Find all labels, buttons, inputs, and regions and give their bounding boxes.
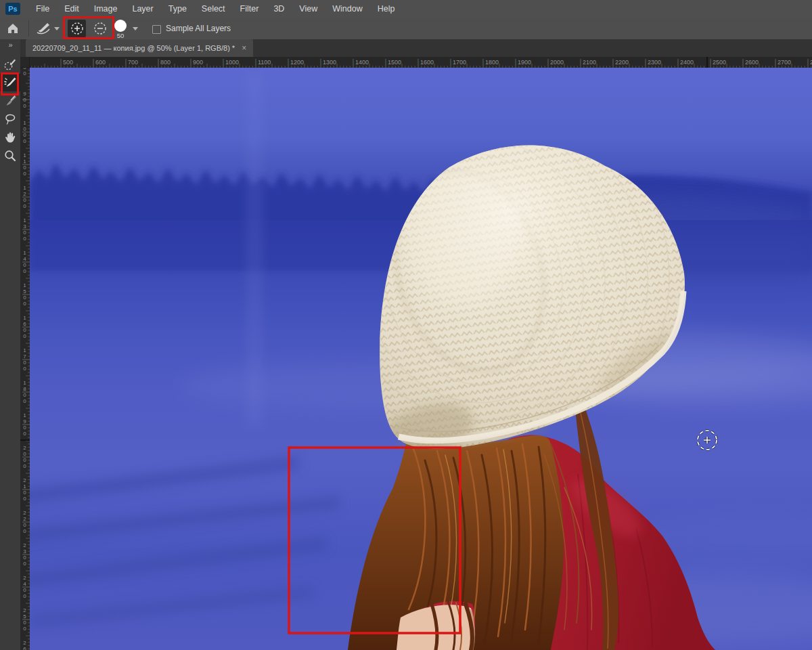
- home-icon[interactable]: [6, 22, 20, 35]
- svg-text:0: 0: [23, 171, 26, 177]
- menu-item-view[interactable]: View: [292, 0, 325, 18]
- svg-text:1: 1: [23, 282, 26, 288]
- tool-bar: »: [0, 39, 20, 650]
- menu-item-type[interactable]: Type: [161, 0, 194, 18]
- menu-item-3d[interactable]: 3D: [266, 0, 292, 18]
- toolbar-expand-icon[interactable]: »: [0, 39, 20, 51]
- hand-tool[interactable]: [0, 129, 20, 146]
- svg-text:2: 2: [23, 510, 26, 516]
- svg-text:1300: 1300: [323, 59, 336, 66]
- vertical-ruler[interactable]: 0090010001100120013001400150016001700180…: [20, 68, 30, 650]
- svg-text:0: 0: [23, 522, 26, 528]
- svg-text:0: 0: [23, 360, 26, 366]
- zoom-icon: [3, 148, 18, 163]
- svg-text:0: 0: [23, 301, 26, 307]
- svg-text:0: 0: [23, 457, 26, 463]
- tab-bar: 20220709_20_11_11 — копия.jpg @ 50% (Lay…: [20, 39, 812, 57]
- svg-text:9: 9: [23, 418, 26, 425]
- svg-text:0: 0: [23, 236, 26, 242]
- ruler-corner[interactable]: [20, 57, 30, 68]
- tool-preset-chevron-icon[interactable]: [54, 27, 60, 30]
- svg-text:600: 600: [95, 59, 106, 66]
- svg-text:5: 5: [23, 288, 26, 295]
- add-to-selection-button[interactable]: [68, 20, 86, 37]
- svg-text:0: 0: [23, 490, 26, 496]
- svg-text:1000: 1000: [225, 59, 239, 66]
- svg-text:1: 1: [23, 152, 26, 158]
- sample-all-layers-checkbox[interactable]: [152, 25, 161, 34]
- menu-bar: Ps FileEditImageLayerTypeSelectFilter3DV…: [0, 0, 812, 18]
- tab-close-icon[interactable]: ×: [242, 43, 246, 53]
- svg-text:2600: 2600: [745, 59, 759, 66]
- svg-text:5: 5: [23, 613, 26, 620]
- zoom-tool[interactable]: [0, 147, 20, 165]
- svg-text:0: 0: [23, 165, 26, 171]
- refine-edge-brush-tool[interactable]: [0, 74, 20, 91]
- svg-text:0: 0: [23, 392, 26, 398]
- svg-text:900: 900: [193, 59, 203, 66]
- hand-icon: [3, 130, 18, 145]
- svg-text:0: 0: [23, 70, 26, 77]
- svg-text:1100: 1100: [258, 59, 271, 66]
- menu-item-file[interactable]: File: [28, 0, 57, 18]
- svg-text:6: 6: [23, 321, 26, 327]
- svg-text:2300: 2300: [648, 59, 661, 66]
- canvas-work-area[interactable]: [30, 68, 812, 650]
- svg-text:1: 1: [23, 120, 26, 126]
- svg-text:4: 4: [23, 256, 26, 262]
- refine-edge-brush-icon: [3, 75, 18, 90]
- svg-text:4: 4: [23, 581, 26, 587]
- svg-text:1200: 1200: [290, 59, 304, 66]
- svg-text:9: 9: [23, 91, 26, 97]
- svg-text:1: 1: [23, 250, 26, 256]
- svg-text:0: 0: [23, 626, 26, 632]
- menu-item-select[interactable]: Select: [194, 0, 233, 18]
- subtract-from-selection-icon: [93, 21, 108, 36]
- svg-text:0: 0: [23, 561, 26, 567]
- document-tab[interactable]: 20220709_20_11_11 — копия.jpg @ 50% (Lay…: [26, 39, 253, 57]
- svg-text:0: 0: [23, 295, 26, 301]
- brush-size-preview[interactable]: [114, 20, 127, 32]
- svg-text:2: 2: [23, 191, 26, 197]
- svg-text:0: 0: [23, 451, 26, 457]
- svg-text:800: 800: [160, 59, 171, 66]
- svg-text:1900: 1900: [518, 59, 531, 66]
- brush-tool[interactable]: [0, 92, 20, 110]
- menu-item-help[interactable]: Help: [370, 0, 403, 18]
- active-tool-brush-icon[interactable]: [35, 22, 51, 35]
- svg-text:0: 0: [23, 398, 26, 404]
- svg-text:1: 1: [23, 185, 26, 191]
- lasso-tool[interactable]: [0, 110, 20, 128]
- photoshop-window: Ps FileEditImageLayerTypeSelectFilter3DV…: [0, 0, 812, 650]
- svg-text:1600: 1600: [420, 59, 434, 66]
- options-separator: [28, 20, 29, 37]
- svg-text:0: 0: [23, 262, 26, 268]
- subtract-from-selection-button[interactable]: [91, 20, 109, 37]
- menu-item-layer[interactable]: Layer: [125, 0, 160, 18]
- horizontal-ruler[interactable]: 5006007008009001000110012001300140015001…: [30, 57, 812, 68]
- quick-selection-tool[interactable]: [0, 56, 20, 73]
- menu-item-window[interactable]: Window: [325, 0, 369, 18]
- svg-text:3: 3: [23, 548, 26, 555]
- svg-text:2100: 2100: [583, 59, 596, 66]
- brush-size-value: 50: [112, 32, 129, 39]
- svg-text:0: 0: [23, 431, 26, 437]
- svg-text:2: 2: [23, 575, 26, 581]
- svg-text:0: 0: [23, 593, 26, 599]
- brush-size-chevron-icon[interactable]: [133, 27, 138, 30]
- svg-text:0: 0: [23, 138, 26, 144]
- svg-text:0: 0: [23, 366, 26, 372]
- svg-text:0: 0: [23, 230, 26, 236]
- menu-item-edit[interactable]: Edit: [57, 0, 87, 18]
- menu-item-image[interactable]: Image: [87, 0, 125, 18]
- menu-items: FileEditImageLayerTypeSelectFilter3DView…: [28, 0, 402, 18]
- menu-item-filter[interactable]: Filter: [233, 0, 267, 18]
- svg-text:2: 2: [23, 607, 26, 613]
- svg-text:2500: 2500: [713, 59, 726, 66]
- svg-text:0: 0: [23, 203, 26, 209]
- svg-text:1700: 1700: [453, 59, 466, 66]
- photoshop-logo: Ps: [5, 3, 20, 15]
- svg-text:0: 0: [23, 620, 26, 626]
- svg-text:1: 1: [23, 315, 26, 321]
- options-bar: 50 Sample All Layers: [0, 18, 812, 40]
